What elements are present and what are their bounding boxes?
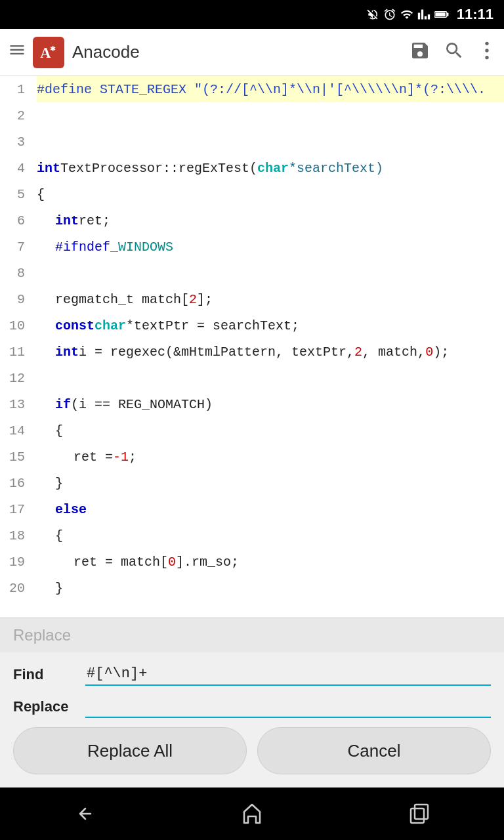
code-line: #ifndef _WINDOWS	[37, 234, 504, 260]
svg-point-5	[485, 42, 488, 45]
signal-icon	[417, 8, 430, 21]
code-line: }	[37, 575, 504, 601]
line-number: 11	[0, 339, 32, 365]
search-icon[interactable]	[444, 40, 465, 64]
find-replace-panel: Find Replace Replace All Cancel	[0, 652, 504, 788]
code-line: ret = match[0].rm_so;	[37, 549, 504, 575]
menu-icon[interactable]	[8, 41, 26, 64]
code-line: #define STATE_REGEX "(?://[^\\n]*\\n|'[^…	[37, 76, 504, 102]
code-line: ret = -1;	[37, 444, 504, 470]
more-icon[interactable]	[478, 40, 496, 64]
line-number: 5	[0, 181, 32, 207]
find-label: Find	[13, 666, 85, 683]
code-line	[37, 365, 504, 391]
line-number: 8	[0, 260, 32, 286]
line-number: 9	[0, 286, 32, 312]
line-number: 4	[0, 155, 32, 181]
line-number: 18	[0, 522, 32, 549]
code-line: int i = regexec(&mHtmlPattern, textPtr, …	[37, 339, 504, 365]
find-input[interactable]	[85, 663, 491, 686]
code-line: {	[37, 417, 504, 444]
code-line	[37, 129, 504, 155]
line-number: 1	[0, 76, 32, 102]
svg-rect-1	[447, 12, 449, 16]
recents-button[interactable]	[394, 794, 446, 833]
svg-point-7	[485, 56, 488, 59]
line-number: 10	[0, 312, 32, 339]
line-numbers: 1234567891011121314151617181920	[0, 76, 32, 618]
code-line: }	[37, 470, 504, 496]
code-line: {	[37, 181, 504, 207]
line-number: 13	[0, 391, 32, 417]
cancel-button[interactable]: Cancel	[257, 727, 491, 774]
line-number: 14	[0, 417, 32, 444]
code-line: int ret;	[37, 207, 504, 234]
line-number: 6	[0, 207, 32, 234]
code-lines: #define STATE_REGEX "(?://[^\\n]*\\n|'[^…	[32, 76, 504, 618]
code-line: if (i == REG_NOMATCH)	[37, 391, 504, 417]
app-bar: A ✱ Anacode	[0, 29, 504, 76]
app-logo: A ✱	[33, 37, 64, 68]
bottom-nav	[0, 788, 504, 840]
line-number: 12	[0, 365, 32, 391]
code-line: int TextProcessor::regExTest(char *searc…	[37, 155, 504, 181]
code-editor[interactable]: 1234567891011121314151617181920 #define …	[0, 76, 504, 618]
app-bar-actions	[410, 40, 496, 64]
code-content: 1234567891011121314151617181920 #define …	[0, 76, 504, 618]
find-row: Find	[13, 663, 491, 686]
status-bar: 11:11	[0, 0, 504, 29]
save-icon[interactable]	[410, 40, 430, 64]
line-number: 15	[0, 444, 32, 470]
replace-row: Replace	[13, 695, 491, 718]
line-number: 20	[0, 575, 32, 601]
code-line: else	[37, 496, 504, 522]
line-number: 2	[0, 102, 32, 129]
line-number: 17	[0, 496, 32, 522]
code-line	[37, 102, 504, 129]
svg-rect-2	[435, 12, 445, 16]
svg-text:✱: ✱	[50, 45, 56, 52]
replace-label: Replace	[13, 698, 85, 715]
replace-placeholder: Replace	[13, 626, 71, 644]
code-line: regmatch_t match[2];	[37, 286, 504, 312]
button-row: Replace All Cancel	[13, 727, 491, 774]
code-line: {	[37, 522, 504, 549]
wifi-icon	[400, 8, 413, 21]
battery-icon	[434, 8, 450, 21]
replace-input[interactable]	[85, 695, 491, 718]
back-button[interactable]	[58, 794, 110, 833]
code-line: const char *textPtr = searchText;	[37, 312, 504, 339]
replace-all-button[interactable]: Replace All	[13, 727, 247, 774]
status-icons	[366, 8, 450, 21]
svg-point-6	[485, 49, 488, 52]
line-number: 7	[0, 234, 32, 260]
line-number: 3	[0, 129, 32, 155]
alarm-icon	[383, 8, 396, 21]
replace-bar: Replace	[0, 618, 504, 652]
status-time: 11:11	[457, 6, 494, 23]
line-number: 19	[0, 549, 32, 575]
mute-icon	[366, 8, 379, 21]
home-button[interactable]	[226, 794, 278, 833]
line-number: 16	[0, 470, 32, 496]
app-title: Anacode	[72, 42, 410, 62]
svg-rect-9	[415, 805, 428, 819]
code-line	[37, 260, 504, 286]
svg-rect-8	[411, 808, 424, 823]
